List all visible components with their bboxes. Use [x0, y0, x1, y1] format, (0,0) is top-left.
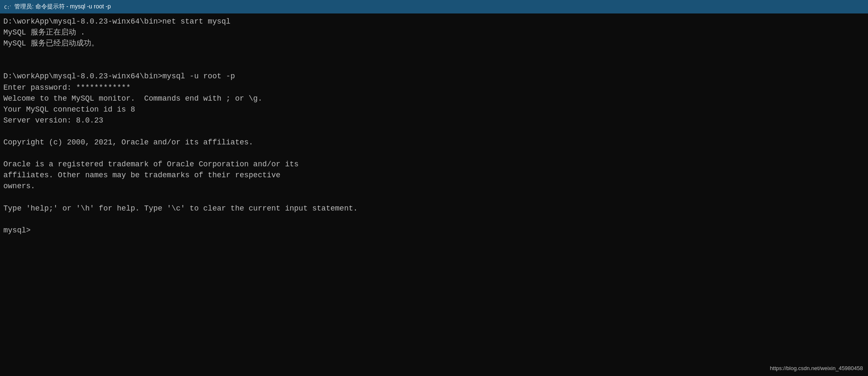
terminal-line: Type 'help;' or '\h' for help. Type '\c'… — [3, 203, 865, 214]
terminal-line: Enter password: ************ — [3, 82, 865, 93]
terminal-line — [3, 126, 865, 137]
watermark: https://blog.csdn.net/weixin_45980458 — [770, 365, 863, 373]
terminal-line — [3, 49, 865, 60]
terminal-line: Oracle is a registered trademark of Orac… — [3, 159, 865, 170]
terminal-line — [3, 214, 865, 225]
terminal-line — [3, 148, 865, 159]
terminal-line: Server version: 8.0.23 — [3, 115, 865, 126]
terminal-line: affiliates. Other names may be trademark… — [3, 170, 865, 181]
terminal-line: D:\workApp\mysql-8.0.23-winx64\bin>net s… — [3, 16, 865, 27]
terminal-line: owners. — [3, 181, 865, 192]
terminal-line: MySQL 服务已经启动成功。 — [3, 38, 865, 49]
svg-text:C:\: C:\ — [4, 5, 11, 10]
terminal-line: MySQL 服务正在启动 . — [3, 27, 865, 38]
terminal-output: D:\workApp\mysql-8.0.23-winx64\bin>net s… — [3, 16, 865, 236]
terminal-line: Welcome to the MySQL monitor. Commands e… — [3, 93, 865, 104]
title-bar: C:\ 管理员: 命令提示符 - mysql -u root -p — [0, 0, 868, 13]
terminal-body[interactable]: D:\workApp\mysql-8.0.23-winx64\bin>net s… — [0, 13, 868, 376]
terminal-line: mysql> — [3, 225, 865, 236]
terminal-line: Your MySQL connection id is 8 — [3, 104, 865, 115]
terminal-line: Copyright (c) 2000, 2021, Oracle and/or … — [3, 137, 865, 148]
terminal-line: D:\workApp\mysql-8.0.23-winx64\bin>mysql… — [3, 71, 865, 82]
terminal-line — [3, 192, 865, 203]
terminal-line — [3, 60, 865, 71]
cmd-icon: C:\ — [3, 3, 11, 11]
title-bar-text: 管理员: 命令提示符 - mysql -u root -p — [14, 3, 111, 11]
